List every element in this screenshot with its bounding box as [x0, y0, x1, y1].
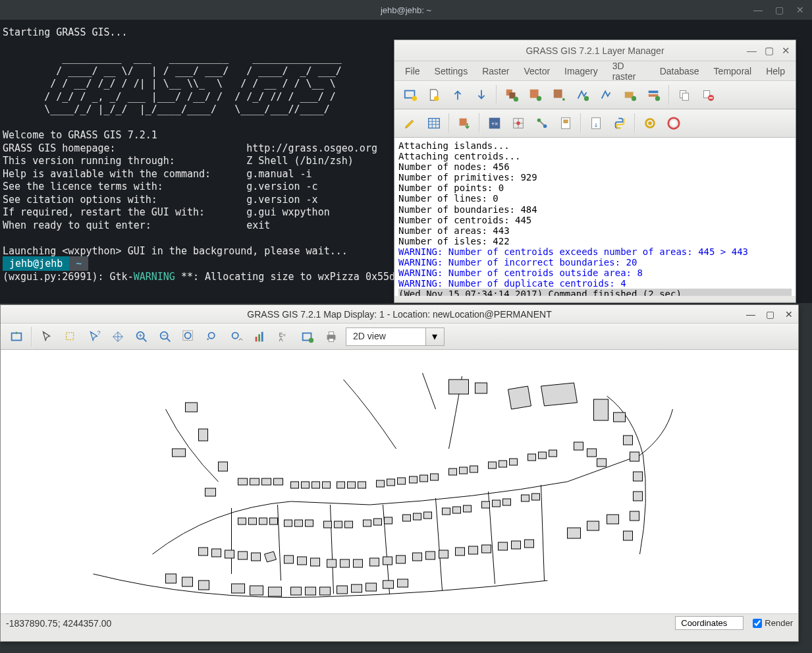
- save-workspace-icon[interactable]: [472, 86, 491, 104]
- output-line: WARNING: Number of centroids outside are…: [398, 268, 792, 278]
- python-icon[interactable]: [610, 114, 629, 132]
- add-vector-icon[interactable]: [574, 86, 592, 104]
- svg-rect-160: [630, 511, 639, 521]
- remove-layer-icon[interactable]: [699, 86, 717, 104]
- open-workspace-icon[interactable]: [448, 86, 467, 104]
- svg-rect-112: [364, 520, 371, 526]
- output-line: Number of points: 0: [398, 183, 792, 193]
- analyze-icon[interactable]: [251, 327, 269, 346]
- zoom-extent-icon[interactable]: [180, 327, 198, 346]
- dropdown-icon[interactable]: ▾: [425, 328, 444, 345]
- minimize-button[interactable]: —: [751, 3, 765, 16]
- svg-rect-172: [398, 579, 408, 587]
- svg-point-11: [632, 96, 636, 101]
- menu-file[interactable]: File: [398, 63, 427, 79]
- svg-rect-115: [403, 515, 411, 521]
- svg-rect-71: [475, 383, 487, 393]
- svg-rect-65: [186, 403, 198, 412]
- select-icon[interactable]: [61, 327, 80, 346]
- menu-imagery[interactable]: Imagery: [558, 63, 605, 79]
- svg-point-1: [412, 96, 417, 101]
- zoom-menu-icon[interactable]: [227, 327, 246, 346]
- add-multi-raster-icon[interactable]: [502, 86, 521, 104]
- overlay-icon[interactable]: E=A: [275, 327, 293, 346]
- svg-rect-134: [311, 558, 320, 566]
- menu-3d-raster[interactable]: 3D raster: [606, 58, 652, 84]
- add-misc-raster-icon[interactable]: [550, 86, 568, 104]
- svg-text:?: ?: [97, 329, 101, 336]
- composer-icon[interactable]: [556, 114, 575, 132]
- new-workspace-icon[interactable]: [425, 86, 443, 104]
- add-group-icon[interactable]: [645, 86, 663, 104]
- maximize-button[interactable]: ▢: [772, 3, 786, 16]
- minimize-button[interactable]: —: [746, 309, 755, 320]
- svg-rect-175: [199, 581, 209, 590]
- layermgr-output[interactable]: Attaching islands...Attaching centroids.…: [394, 138, 796, 296]
- add-raster-icon[interactable]: [526, 86, 545, 104]
- menu-database[interactable]: Database: [653, 63, 706, 79]
- close-button[interactable]: ✕: [794, 3, 807, 16]
- pan-icon[interactable]: [109, 327, 127, 346]
- zoom-out-icon[interactable]: [156, 327, 175, 346]
- view-mode-select[interactable]: 2D view ▾: [346, 327, 445, 346]
- settings-icon[interactable]: [641, 114, 659, 132]
- maximize-button[interactable]: ▢: [765, 45, 774, 57]
- edit-vector-icon[interactable]: [401, 114, 420, 132]
- svg-rect-170: [366, 583, 377, 591]
- output-line: WARNING: Number of incorrect boundaries:…: [398, 257, 792, 268]
- svg-rect-120: [464, 505, 472, 512]
- georectify-icon[interactable]: [509, 114, 528, 132]
- close-button[interactable]: ✕: [782, 45, 790, 57]
- layermgr-titlebar[interactable]: GRASS GIS 7.2.1 Layer Manager — ▢ ✕: [394, 40, 796, 61]
- zoom-last-icon[interactable]: [203, 327, 222, 346]
- render-map-icon[interactable]: [7, 327, 26, 346]
- raster-calc-icon[interactable]: +×: [485, 114, 504, 132]
- svg-rect-137: [354, 559, 363, 567]
- svg-point-40: [671, 121, 676, 125]
- menu-vector[interactable]: Vector: [517, 63, 556, 79]
- svg-point-7: [537, 96, 541, 101]
- copy-layer-icon[interactable]: [675, 86, 693, 104]
- terminal-titlebar[interactable]: jehb@jehb: ~ — ▢ ✕: [0, 0, 812, 20]
- import-raster-icon[interactable]: [455, 114, 474, 132]
- menu-temporal[interactable]: Temporal: [707, 63, 759, 79]
- map-titlebar[interactable]: GRASS GIS 7.2.1 Map Display: 1 - Locatio…: [1, 305, 798, 324]
- svg-rect-80: [291, 482, 299, 488]
- menu-settings[interactable]: Settings: [428, 63, 475, 79]
- script-load-icon[interactable]: [587, 114, 605, 132]
- minimize-button[interactable]: —: [747, 45, 757, 57]
- new-display-icon[interactable]: [401, 86, 420, 104]
- menu-help[interactable]: Help: [759, 63, 792, 79]
- output-line: Number of nodes: 456: [398, 161, 792, 172]
- save-display-icon[interactable]: [298, 327, 317, 346]
- close-button[interactable]: ✕: [785, 309, 793, 320]
- add-misc-vector-icon[interactable]: [597, 86, 616, 104]
- print-icon[interactable]: [322, 327, 340, 346]
- svg-rect-89: [398, 478, 406, 484]
- modeler-icon[interactable]: [533, 114, 551, 132]
- svg-rect-8: [554, 90, 562, 98]
- zoom-in-icon[interactable]: [132, 327, 151, 346]
- query-icon[interactable]: ?: [85, 327, 103, 346]
- svg-rect-91: [420, 475, 428, 482]
- svg-rect-167: [320, 587, 331, 595]
- attribute-table-icon[interactable]: [425, 114, 443, 132]
- output-line: WARNING: Number of duplicate centroids: …: [398, 278, 792, 289]
- svg-rect-151: [587, 521, 599, 530]
- svg-rect-70: [449, 380, 469, 394]
- svg-line-49: [167, 338, 171, 341]
- svg-rect-130: [252, 553, 261, 561]
- menu-raster[interactable]: Raster: [475, 63, 516, 79]
- render-checkbox[interactable]: Render: [753, 618, 793, 628]
- help-icon[interactable]: [664, 114, 683, 132]
- status-mode-select[interactable]: Coordinates: [675, 616, 744, 630]
- pointer-icon[interactable]: [38, 327, 56, 346]
- add-overlay-icon[interactable]: [621, 86, 639, 104]
- map-canvas[interactable]: [1, 350, 798, 613]
- maximize-button[interactable]: ▢: [766, 309, 774, 320]
- svg-rect-105: [270, 518, 278, 525]
- svg-rect-138: [370, 558, 379, 566]
- svg-rect-78: [262, 478, 271, 485]
- svg-rect-87: [377, 480, 385, 487]
- svg-rect-57: [261, 331, 263, 341]
